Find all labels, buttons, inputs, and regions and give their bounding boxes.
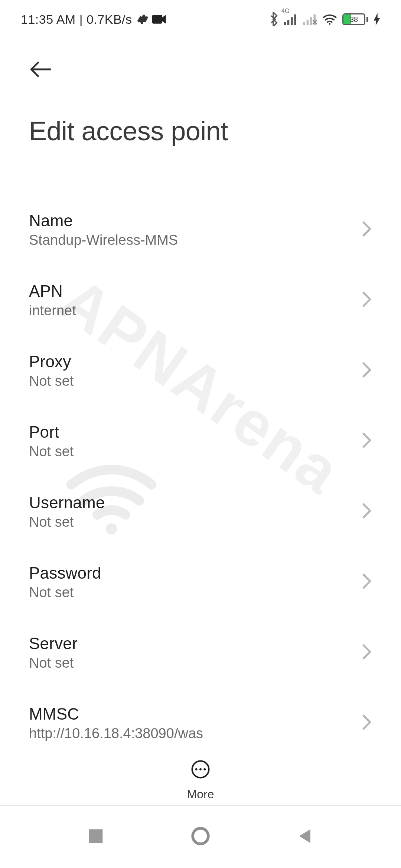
row-label: APN <box>29 282 76 300</box>
row-label: Port <box>29 423 74 441</box>
row-value: Not set <box>29 373 74 389</box>
nav-recent-button[interactable] <box>87 828 104 846</box>
chevron-right-icon <box>362 644 372 661</box>
row-password[interactable]: Password Not set <box>29 547 372 617</box>
svg-point-19 <box>193 828 208 844</box>
row-value: Standup-Wireless-MMS <box>29 232 178 248</box>
chevron-right-icon <box>362 503 372 520</box>
row-label: Password <box>29 564 101 582</box>
svg-rect-2 <box>284 22 286 25</box>
row-value: Not set <box>29 655 78 671</box>
chevron-right-icon <box>362 573 372 591</box>
row-server[interactable]: Server Not set <box>29 617 372 688</box>
svg-rect-8 <box>310 17 312 25</box>
status-left: 11:35 AM | 0.7KB/s <box>21 12 167 27</box>
triangle-left-icon <box>297 828 314 845</box>
row-label: Server <box>29 634 78 653</box>
svg-rect-1 <box>152 15 162 23</box>
svg-rect-7 <box>307 20 309 25</box>
system-nav-bar <box>0 805 401 868</box>
svg-rect-4 <box>291 17 293 25</box>
row-label: Name <box>29 211 178 230</box>
more-circle-icon <box>190 759 211 779</box>
row-proxy[interactable]: Proxy Not set <box>29 335 372 406</box>
svg-point-15 <box>195 768 198 770</box>
signal-no-sim-icon <box>303 14 317 25</box>
status-data-rate: 0.7KB/s <box>87 12 132 27</box>
row-label: Proxy <box>29 352 74 371</box>
status-separator: | <box>79 12 83 27</box>
signal-4g-icon: 4G <box>284 14 298 25</box>
circle-icon <box>190 826 211 846</box>
row-value: http://10.16.18.4:38090/was <box>29 726 203 742</box>
square-icon <box>87 828 104 845</box>
row-value: Not set <box>29 585 101 601</box>
svg-rect-5 <box>294 14 296 25</box>
svg-rect-6 <box>303 22 305 25</box>
svg-rect-18 <box>89 829 103 843</box>
battery-indicator: 38 <box>342 13 368 25</box>
chevron-right-icon <box>362 221 372 239</box>
camera-icon <box>152 14 167 24</box>
bluetooth-icon <box>268 12 278 26</box>
row-mmsc[interactable]: MMSC http://10.16.18.4:38090/was <box>29 688 372 758</box>
chevron-right-icon <box>362 291 372 309</box>
more-button[interactable] <box>190 759 211 781</box>
row-value: Not set <box>29 514 105 530</box>
status-bar: 11:35 AM | 0.7KB/s 4G 38 <box>0 0 401 34</box>
row-username[interactable]: Username Not set <box>29 476 372 547</box>
bottom-toolbar: More <box>0 759 401 801</box>
more-label: More <box>187 788 214 801</box>
svg-point-16 <box>199 768 202 770</box>
row-name[interactable]: Name Standup-Wireless-MMS <box>29 194 372 265</box>
settings-list: Name Standup-Wireless-MMS APN internet P… <box>0 194 401 758</box>
back-button[interactable] <box>29 57 53 81</box>
svg-point-12 <box>329 23 331 25</box>
status-right: 4G 38 <box>268 12 380 26</box>
row-port[interactable]: Port Not set <box>29 406 372 476</box>
chevron-right-icon <box>362 362 372 379</box>
svg-point-17 <box>203 768 206 770</box>
chevron-right-icon <box>362 432 372 450</box>
nav-back-button[interactable] <box>297 828 314 846</box>
row-apn[interactable]: APN internet <box>29 265 372 335</box>
status-time: 11:35 AM <box>21 12 76 27</box>
wifi-icon <box>322 13 337 25</box>
header: Edit access point <box>0 34 401 146</box>
svg-rect-3 <box>287 20 290 25</box>
charging-bolt-icon <box>374 13 380 26</box>
row-label: MMSC <box>29 705 203 723</box>
page-title: Edit access point <box>29 116 372 146</box>
battery-percent: 38 <box>343 14 364 24</box>
row-label: Username <box>29 493 105 512</box>
row-value: Not set <box>29 444 74 460</box>
chevron-right-icon <box>362 714 372 732</box>
row-value: internet <box>29 303 76 319</box>
settings-gear-icon <box>136 13 149 26</box>
nav-home-button[interactable] <box>190 826 211 848</box>
arrow-left-icon <box>30 61 52 78</box>
